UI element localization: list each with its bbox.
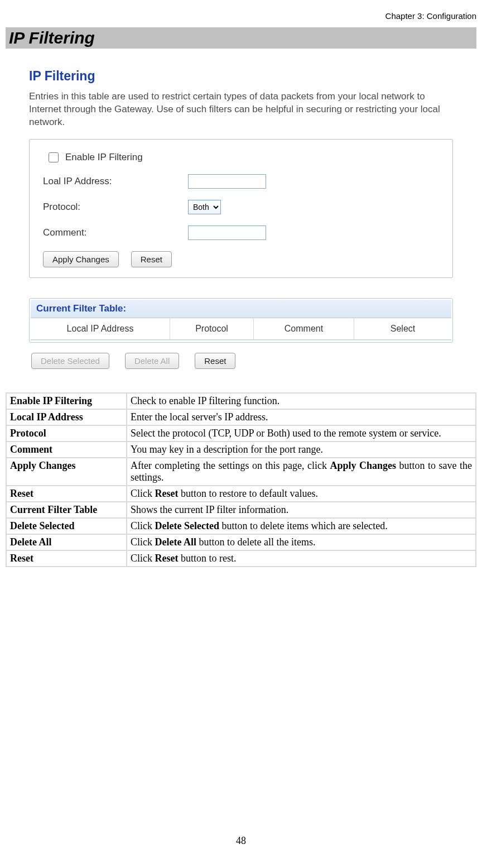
def-term: Comment [7,442,126,457]
def-term: Reset [7,551,126,566]
comment-label: Comment: [43,227,188,238]
table-row: Reset Click Reset button to rest. [7,551,475,566]
page-number: 48 [6,835,476,847]
apply-changes-button[interactable]: Apply Changes [43,251,119,267]
filter-table-title: Current Filter Table: [31,300,451,318]
filter-col-protocol: Protocol [170,318,254,339]
def-term: Apply Changes [7,458,126,485]
panel-title: IP Filtering [29,69,453,84]
def-text: Click Reset button to rest. [127,551,475,566]
reset-button[interactable]: Reset [131,251,172,267]
def-term: Protocol [7,426,126,441]
table-row: Enable IP Filtering Check to enable IP f… [7,394,475,409]
table-row: Local IP Address Enter the local server'… [7,410,475,425]
panel-description: Entries in this table are used to restri… [29,90,453,129]
def-text: Select the protocol (TCP, UDP or Both) u… [127,426,475,441]
filter-table-divider [31,339,451,341]
protocol-label: Protocol: [43,202,188,213]
table-row: Delete Selected Click Delete Selected bu… [7,519,475,534]
comment-input[interactable] [188,226,266,240]
def-term: Delete All [7,535,126,550]
table-row: Apply Changes After completing the setti… [7,458,475,485]
def-text: You may key in a description for the por… [127,442,475,457]
local-ip-label: Loal IP Address: [43,176,188,187]
local-ip-input[interactable] [188,174,266,189]
screenshot-panel: IP Filtering Entries in this table are u… [23,59,459,379]
def-text: Shows the current IP filter information. [127,502,475,517]
config-form: Enable IP Filtering Loal IP Address: Pro… [29,139,453,278]
filter-col-comment: Comment [254,318,354,339]
definitions-table: Enable IP Filtering Check to enable IP f… [6,392,476,567]
def-text: Enter the local server's IP address. [127,410,475,425]
protocol-select[interactable]: Both [188,200,221,214]
def-text: Click Delete Selected button to delete i… [127,519,475,534]
table-row: Reset Click Reset button to restore to d… [7,486,475,501]
table-row: Protocol Select the protocol (TCP, UDP o… [7,426,475,441]
def-term: Delete Selected [7,519,126,534]
def-text: After completing the settings on this pa… [127,458,475,485]
enable-ip-filtering-checkbox[interactable] [49,152,59,162]
def-text: Click Reset button to restore to default… [127,486,475,501]
table-row: Delete All Click Delete All button to de… [7,535,475,550]
delete-selected-button[interactable]: Delete Selected [31,353,109,369]
current-filter-table: Current Filter Table: Local IP Address P… [29,298,453,343]
table-row: Current Filter Table Shows the current I… [7,502,475,517]
def-term: Enable IP Filtering [7,394,126,409]
def-text: Click Delete All button to delete all th… [127,535,475,550]
filter-col-local-ip: Local IP Address [31,318,170,339]
def-text: Check to enable IP filtering function. [127,394,475,409]
def-term: Reset [7,486,126,501]
filter-table-header-row: Local IP Address Protocol Comment Select [31,318,451,339]
def-term: Current Filter Table [7,502,126,517]
def-term: Local IP Address [7,410,126,425]
table-row: Comment You may key in a description for… [7,442,475,457]
filter-col-select: Select [354,318,451,339]
chapter-header: Chapter 3: Configuration [6,11,476,21]
delete-all-button[interactable]: Delete All [125,353,179,369]
page-title: IP Filtering [6,27,476,49]
enable-ip-filtering-label: Enable IP Filtering [65,152,143,163]
reset-table-button[interactable]: Reset [195,353,235,369]
